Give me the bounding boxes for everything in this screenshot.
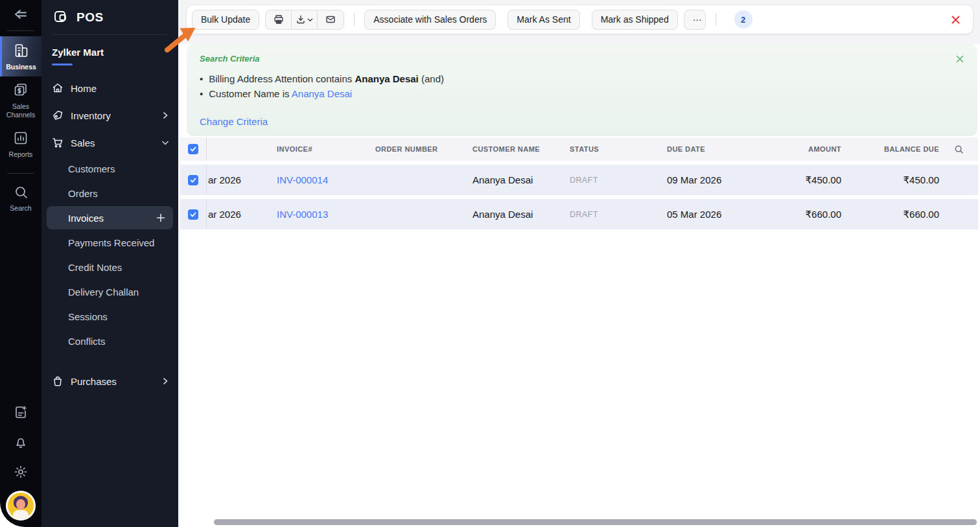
sidebar-item-label: Payments Received — [68, 237, 154, 248]
sidebar-item-payments-received[interactable]: Payments Received — [41, 230, 178, 255]
search-icon — [954, 145, 964, 154]
rail-item-reports[interactable]: Reports — [0, 124, 41, 164]
collapse-sidebar-icon — [12, 6, 29, 23]
search-criteria-panel: Search Criteria • Billing Address Attent… — [187, 44, 977, 136]
rail-item-business[interactable]: Business — [0, 36, 41, 76]
horizontal-scrollbar-thumb[interactable] — [214, 519, 977, 525]
selected-count-badge: 2 — [734, 10, 752, 29]
invoice-number-link[interactable]: INV-000013 — [277, 209, 375, 220]
column-header-amount[interactable]: AMOUNT — [771, 145, 841, 153]
rail-divider — [7, 30, 34, 31]
sidebar-item-label: Invoices — [68, 213, 104, 224]
balance-due-cell: ₹660.00 — [841, 209, 939, 220]
sidebar-item-inventory[interactable]: Inventory — [41, 102, 178, 129]
chevron-down-icon — [161, 139, 169, 146]
mark-as-sent-button[interactable]: Mark As Sent — [508, 10, 579, 30]
associate-sales-orders-button[interactable]: Associate with Sales Orders — [364, 10, 496, 30]
toolbar-icon-group — [265, 10, 344, 30]
sidebar-item-credit-notes[interactable]: Credit Notes — [41, 255, 178, 279]
due-date-cell: 09 Mar 2026 — [667, 174, 771, 185]
download-icon — [296, 14, 306, 25]
toolbar-separator — [354, 13, 355, 26]
org-name-underline — [52, 64, 73, 65]
customer-name-cell: Ananya Desai — [472, 174, 570, 185]
app-logo: POS — [41, 0, 178, 33]
app-title: POS — [76, 10, 104, 25]
toolbar-zone: Bulk Update — [178, 0, 980, 44]
table-row[interactable]: ar 2026 INV-000013 Ananya Desai DRAFT 05… — [180, 199, 978, 229]
home-icon — [52, 82, 64, 94]
sidebar-item-conflicts[interactable]: Conflicts — [41, 329, 178, 353]
invoice-date-clipped: ar 2026 — [207, 209, 277, 220]
mark-as-shipped-button[interactable]: Mark as Shipped — [592, 10, 678, 30]
column-header-invoice[interactable]: INVOICE# — [277, 145, 375, 153]
sidebar-item-customers[interactable]: Customers — [41, 156, 178, 181]
close-icon — [955, 54, 964, 64]
bulk-update-button[interactable]: Bulk Update — [192, 10, 259, 30]
header-checkbox-cell — [180, 137, 207, 161]
email-button[interactable] — [318, 10, 344, 29]
business-building-icon — [13, 42, 30, 59]
search-criteria-title: Search Criteria — [200, 54, 964, 64]
sidebar-item-sales[interactable]: Sales — [41, 129, 178, 156]
close-bulk-actions-button[interactable] — [948, 12, 964, 28]
bell-icon — [13, 434, 29, 450]
rail-item-sales-channels[interactable]: Sales Channels — [0, 76, 41, 124]
sidebar-item-label: Sessions — [68, 311, 108, 322]
rail-item-search[interactable]: Search — [0, 179, 41, 218]
reports-chart-icon — [12, 130, 29, 146]
pos-logo-icon — [52, 8, 70, 27]
print-button[interactable] — [266, 10, 292, 29]
select-all-checkbox[interactable] — [188, 144, 198, 154]
status-badge: DRAFT — [570, 176, 667, 185]
sidebar-item-label: Home — [71, 83, 97, 94]
due-date-cell: 05 Mar 2026 — [667, 209, 771, 220]
balance-due-cell: ₹450.00 — [841, 174, 939, 186]
bulk-actions-toolbar: Bulk Update — [187, 5, 973, 34]
sidebar-item-label: Sales — [71, 137, 95, 148]
column-header-status[interactable]: STATUS — [570, 145, 667, 153]
user-avatar[interactable] — [6, 491, 36, 521]
invoices-table: INVOICE# ORDER NUMBER CUSTOMER NAME STAT… — [178, 137, 980, 229]
dismiss-criteria-button[interactable] — [953, 52, 967, 66]
settings-button[interactable] — [0, 457, 41, 487]
export-button[interactable] — [292, 10, 318, 29]
sidebar-item-label: Credit Notes — [68, 262, 122, 273]
invoice-number-link[interactable]: INV-000014 — [277, 174, 375, 185]
row-checkbox[interactable] — [188, 175, 198, 185]
rail-item-label: Sales Channels — [3, 102, 38, 119]
column-header-customer-name[interactable]: CUSTOMER NAME — [472, 145, 570, 153]
add-invoice-icon[interactable] — [156, 213, 165, 222]
sidebar-item-label: Inventory — [71, 110, 111, 121]
column-header-due-date[interactable]: DUE DATE — [667, 145, 771, 153]
column-header-balance-due[interactable]: BALANCE DUE — [841, 145, 939, 153]
sidebar-item-sessions[interactable]: Sessions — [41, 304, 178, 329]
notifications-button[interactable] — [0, 427, 41, 457]
criteria-line-customer-name: • Customer Name is Ananya Desai — [200, 86, 964, 101]
bullet-glyph: • — [200, 86, 203, 101]
collapse-sidebar-button[interactable] — [0, 0, 41, 29]
table-search-button[interactable] — [939, 145, 978, 154]
sidebar-item-orders[interactable]: Orders — [41, 181, 178, 205]
main-content: Bulk Update — [178, 0, 980, 527]
criteria-line-billing-attention: • Billing Address Attention contains Ana… — [200, 71, 964, 86]
more-actions-button[interactable]: ··· — [684, 10, 706, 30]
amount-cell: ₹450.00 — [771, 174, 841, 186]
table-header-row: INVOICE# ORDER NUMBER CUSTOMER NAME STAT… — [180, 137, 978, 161]
change-criteria-link[interactable]: Change Criteria — [200, 116, 268, 127]
sidebar-item-delivery-challan[interactable]: Delivery Challan — [41, 279, 178, 304]
sidebar-item-purchases[interactable]: Purchases — [41, 368, 178, 395]
rail-item-label: Business — [6, 63, 36, 71]
chevron-right-icon — [161, 377, 169, 385]
chevron-down-icon — [307, 17, 313, 23]
rail-item-label: Reports — [9, 150, 33, 159]
customer-name-link[interactable]: Ananya Desai — [292, 88, 352, 99]
table-row[interactable]: ar 2026 INV-000014 Ananya Desai DRAFT 09… — [180, 165, 978, 195]
org-name[interactable]: Zylker Mart — [52, 47, 168, 58]
sidebar-item-invoices[interactable]: Invoices — [47, 206, 173, 229]
announcements-button[interactable] — [0, 397, 41, 427]
sidebar-item-home[interactable]: Home — [41, 75, 178, 102]
row-checkbox[interactable] — [188, 209, 198, 220]
inventory-tag-icon — [52, 110, 64, 121]
column-header-order-number[interactable]: ORDER NUMBER — [375, 145, 472, 153]
